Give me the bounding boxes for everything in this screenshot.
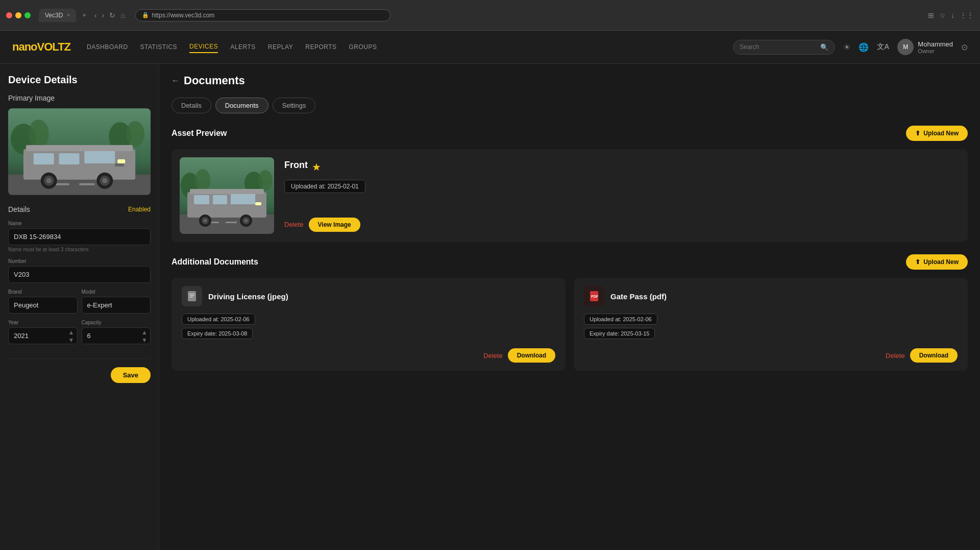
status-icon[interactable]: ⊙ [961,42,968,52]
apps-icon[interactable]: ⋮⋮ [960,11,974,19]
user-role: Owner [918,48,953,54]
nav-devices[interactable]: DEVICES [189,41,218,53]
doc-header-gate-pass: PDF Gate Pass (pdf) [584,286,958,306]
tab-details[interactable]: Details [172,98,211,113]
save-button[interactable]: Save [111,367,151,383]
doc-tags-driving-license: Uploaded at: 2025-02-06 Expiry date: 202… [182,314,555,342]
details-label: Details [8,205,30,213]
nav-groups[interactable]: GROUPS [349,41,377,53]
nav-dashboard[interactable]: DASHBOARD [87,41,128,53]
model-label: Model [82,289,151,295]
page-title: Documents [184,74,245,87]
capacity-stepper-buttons[interactable]: ▲▼ [141,328,148,343]
minimize-button[interactable] [15,12,21,18]
year-input[interactable] [8,327,78,344]
model-input[interactable] [82,297,151,314]
main-layout: Device Details Primary Image [0,64,980,550]
year-stepper-buttons[interactable]: ▲▼ [68,328,75,343]
asset-upload-new-button[interactable]: ⬆ Upload New [906,126,968,141]
asset-star-icon: ★ [312,161,321,173]
tabs: Details Documents Settings [172,98,968,113]
forward-nav-icon[interactable]: › [102,11,104,19]
asset-thumbnail-image [180,157,274,234]
svg-rect-44 [189,297,193,298]
view-image-button[interactable]: View Image [309,218,360,232]
tab-documents[interactable]: Documents [215,98,268,113]
svg-point-16 [46,178,52,183]
svg-rect-20 [115,163,124,166]
doc-download-button-gp[interactable]: Download [910,348,958,363]
reload-icon[interactable]: ↻ [109,11,115,19]
svg-point-40 [244,219,248,222]
tab-title: Vec3D [45,12,63,19]
user-details: Mohammed Owner [918,40,953,54]
globe-icon[interactable]: 🌐 [859,42,869,52]
nav-replay[interactable]: REPLAY [268,41,293,53]
name-field-group: Name Name must be at least 3 characters [8,221,151,252]
back-arrow-icon[interactable]: ← [172,76,180,85]
docs-upload-new-button[interactable]: ⬆ Upload New [906,254,968,270]
translate-icon[interactable]: 文A [877,42,889,52]
sidebar-divider [8,358,151,359]
asset-actions: Delete View Image [284,218,960,232]
capacity-label: Capacity [82,320,151,325]
number-input[interactable] [8,266,151,283]
lock-icon: 🔒 [142,12,149,18]
theme-icon[interactable]: ☀ [843,42,850,52]
sidebar-title: Device Details [8,74,151,86]
new-tab-icon[interactable]: + [82,11,86,19]
bookmark-icon[interactable]: ☆ [939,11,946,19]
brand-label: Brand [8,289,78,295]
doc-delete-button-dl[interactable]: Delete [483,352,503,360]
doc-card-gate-pass: PDF Gate Pass (pdf) Uploaded at: 2025-02… [574,278,968,371]
doc-actions-gate-pass: Delete Download [584,348,958,363]
primary-image-label: Primary Image [8,94,151,102]
doc-icon-driving-license [182,286,202,306]
svg-rect-12 [26,145,133,151]
asset-delete-button[interactable]: Delete [284,221,304,228]
asset-info: Front ★ Uploaded at: 2025-02-01 Delete V… [284,160,960,232]
search-icon: 🔍 [820,43,828,51]
svg-rect-13 [117,159,125,163]
logo-nano: nano [12,40,37,53]
svg-rect-31 [194,195,209,204]
avatar: M [897,39,914,55]
nav-statistics[interactable]: STATISTICS [140,41,178,53]
tab-close-icon[interactable]: × [67,12,70,18]
download-manager-icon[interactable]: ↓ [951,11,954,19]
svg-rect-10 [34,153,54,164]
nav-reports[interactable]: REPORTS [305,41,336,53]
doc-download-button-dl[interactable]: Download [508,348,555,363]
user-name: Mohammed [918,40,953,48]
search-box[interactable]: 🔍 [733,40,835,55]
pdf-icon: PDF [588,290,600,302]
doc-delete-button-gp[interactable]: Delete [886,352,905,360]
capacity-input[interactable] [82,327,151,344]
nav-alerts[interactable]: ALERTS [230,41,255,53]
extensions-icon[interactable]: ⊞ [928,11,934,19]
doc-expiry-tag-dl: Expiry date: 2025-03-08 [182,328,253,339]
name-input[interactable] [8,228,151,245]
app-logo: nanoVOLTZ [12,40,70,54]
asset-upload-label: Upload New [923,130,959,137]
svg-rect-32 [213,195,227,204]
doc-tags-gate-pass: Uploaded at: 2025-02-06 Expiry date: 202… [584,314,958,342]
search-input[interactable] [740,43,816,51]
browser-nav: ‹ › ↻ ⌂ [94,11,125,19]
svg-marker-30 [231,193,255,204]
doc-uploaded-tag-gp: Uploaded at: 2025-02-06 [584,314,657,325]
svg-point-4 [126,121,144,147]
doc-expiry-tag-gp: Expiry date: 2025-03-15 [584,328,655,339]
svg-point-23 [195,169,210,192]
home-icon[interactable]: ⌂ [120,11,125,19]
back-nav-icon[interactable]: ‹ [94,11,97,19]
address-bar[interactable]: 🔒 https://www.vec3d.com [135,9,390,21]
brand-input[interactable] [8,297,78,314]
asset-name: Front [284,160,308,171]
svg-rect-28 [226,222,237,223]
additional-docs-section-header: Additional Documents ⬆ Upload New [172,254,968,270]
close-button[interactable] [6,12,12,18]
tab-settings[interactable]: Settings [273,98,316,113]
capacity-field-group: Capacity ▲▼ [82,320,151,344]
maximize-button[interactable] [24,12,31,18]
